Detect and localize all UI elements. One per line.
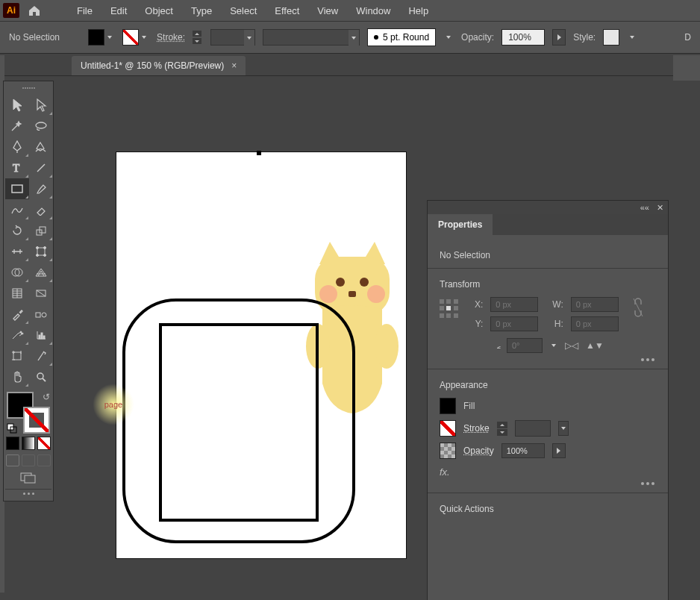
menu-effect[interactable]: Effect	[266, 2, 307, 19]
pen-tool[interactable]	[5, 137, 29, 157]
panel-collapse-icon[interactable]: ««	[640, 203, 649, 212]
appearance-stroke-dropdown[interactable]	[558, 421, 569, 436]
stroke-swatch[interactable]	[122, 29, 139, 46]
curvature-tool[interactable]	[29, 137, 53, 157]
eraser-tool[interactable]	[29, 199, 53, 220]
properties-tab[interactable]: Properties	[428, 214, 493, 235]
brush-definition-dropdown[interactable]	[443, 29, 454, 46]
stroke-label[interactable]: Stroke:	[157, 32, 185, 43]
appearance-stroke-stepper[interactable]	[497, 422, 507, 436]
panel-close-icon[interactable]: ✕	[657, 203, 663, 213]
menu-help[interactable]: Help	[400, 2, 437, 19]
menubar: Ai File Edit Object Type Select Effect V…	[0, 0, 700, 21]
slice-tool[interactable]	[29, 346, 53, 366]
fx-label[interactable]: fx.	[440, 466, 656, 478]
workspace[interactable]: page «« ✕ Properties No Selection Transf…	[60, 81, 700, 600]
menu-file[interactable]: File	[69, 2, 101, 19]
appearance-opacity-dropdown[interactable]	[552, 443, 566, 458]
close-tab-icon[interactable]: ×	[231, 60, 237, 71]
transform-more-icon[interactable]	[441, 358, 654, 361]
graph-tool[interactable]	[29, 325, 53, 346]
w-input[interactable]: 0 px	[571, 297, 619, 312]
draw-normal-icon[interactable]	[6, 454, 19, 466]
perspective-grid-tool[interactable]	[29, 262, 53, 283]
free-transform-tool[interactable]	[29, 241, 53, 262]
default-fill-stroke-icon[interactable]	[7, 423, 17, 434]
inner-rectangle-shape[interactable]	[158, 322, 319, 522]
rotate-input[interactable]: 0°	[507, 338, 543, 353]
appearance-more-icon[interactable]	[441, 482, 654, 485]
gradient-mode-icon[interactable]	[22, 437, 35, 450]
opacity-dropdown[interactable]	[552, 29, 566, 46]
graphic-style-swatch[interactable]	[603, 29, 619, 46]
brush-definition[interactable]: 5 pt. Round	[367, 28, 436, 46]
fill-stroke-control[interactable]: ↺	[7, 392, 50, 434]
rotate-tool[interactable]	[5, 220, 29, 241]
constrain-proportions-icon[interactable]	[632, 297, 644, 320]
menu-window[interactable]: Window	[348, 2, 399, 19]
lasso-tool[interactable]	[29, 116, 53, 137]
width-tool[interactable]	[5, 241, 29, 262]
rotate-dropdown[interactable]	[549, 337, 559, 354]
menu-view[interactable]: View	[309, 2, 346, 19]
stroke-color-icon[interactable]	[23, 407, 50, 434]
svg-point-22	[37, 373, 43, 379]
brush-tool[interactable]	[29, 178, 53, 199]
stroke-weight-stepper[interactable]	[193, 31, 203, 44]
appearance-stroke-label[interactable]: Stroke	[463, 423, 490, 434]
graphic-style-dropdown[interactable]	[627, 29, 637, 46]
none-mode-icon[interactable]	[37, 437, 51, 450]
magic-wand-tool[interactable]	[5, 116, 29, 137]
appearance-stroke-weight[interactable]	[515, 420, 551, 437]
symbol-sprayer-tool[interactable]	[5, 325, 29, 346]
home-icon[interactable]	[25, 1, 43, 19]
appearance-fill-swatch[interactable]	[440, 398, 456, 414]
screen-mode-icon[interactable]	[5, 471, 51, 484]
artboard-tool[interactable]	[5, 346, 29, 366]
rectangle-tool[interactable]	[5, 178, 29, 199]
toolbox-grip[interactable]	[5, 84, 51, 92]
fill-swatch[interactable]	[88, 29, 104, 46]
menu-object[interactable]: Object	[137, 2, 181, 19]
document-tab[interactable]: Untitled-1* @ 150 % (RGB/Preview) ×	[72, 56, 246, 75]
document-tab-strip: Untitled-1* @ 150 % (RGB/Preview) ×	[0, 54, 700, 76]
reference-point-icon[interactable]	[440, 299, 459, 319]
swap-fill-stroke-icon[interactable]: ↺	[43, 392, 50, 402]
color-mode-icon[interactable]	[6, 437, 19, 450]
eyedropper-tool[interactable]	[5, 304, 29, 325]
h-input[interactable]: 0 px	[571, 316, 619, 331]
draw-behind-icon[interactable]	[22, 454, 35, 466]
flip-horizontal-icon[interactable]: ▷◁	[565, 340, 578, 351]
edit-toolbar-icon[interactable]	[5, 489, 51, 498]
flip-vertical-icon[interactable]: ▲▼	[586, 340, 604, 351]
variable-width-profile[interactable]	[263, 29, 360, 46]
selection-tool[interactable]	[5, 95, 29, 116]
hand-tool[interactable]	[5, 366, 29, 387]
artboard[interactable]	[116, 152, 406, 558]
blend-tool[interactable]	[29, 304, 53, 325]
mesh-tool[interactable]	[5, 283, 29, 304]
appearance-opacity-value[interactable]: 100%	[501, 443, 545, 458]
appearance-opacity-swatch[interactable]	[440, 443, 456, 459]
appearance-opacity-label[interactable]: Opacity	[463, 446, 494, 456]
shaper-tool[interactable]	[5, 199, 29, 220]
direct-selection-tool[interactable]	[29, 95, 53, 116]
menu-select[interactable]: Select	[222, 2, 265, 19]
y-input[interactable]: 0 px	[490, 316, 538, 331]
shape-builder-tool[interactable]	[5, 262, 29, 283]
x-input[interactable]: 0 px	[490, 297, 538, 312]
gradient-tool[interactable]	[29, 283, 53, 304]
menu-type[interactable]: Type	[183, 2, 220, 19]
draw-inside-icon[interactable]	[37, 454, 51, 466]
fill-swatch-dropdown[interactable]	[104, 29, 115, 46]
scale-tool[interactable]	[29, 220, 53, 241]
trailing-control[interactable]: D	[684, 32, 691, 43]
opacity-value[interactable]: 100%	[501, 29, 545, 46]
menu-edit[interactable]: Edit	[102, 2, 135, 19]
line-tool[interactable]	[29, 157, 53, 178]
stroke-weight-dropdown[interactable]	[210, 29, 255, 46]
appearance-stroke-swatch[interactable]	[440, 420, 456, 437]
stroke-swatch-dropdown[interactable]	[139, 29, 149, 46]
type-tool[interactable]: T	[5, 157, 29, 178]
zoom-tool[interactable]	[29, 366, 53, 387]
